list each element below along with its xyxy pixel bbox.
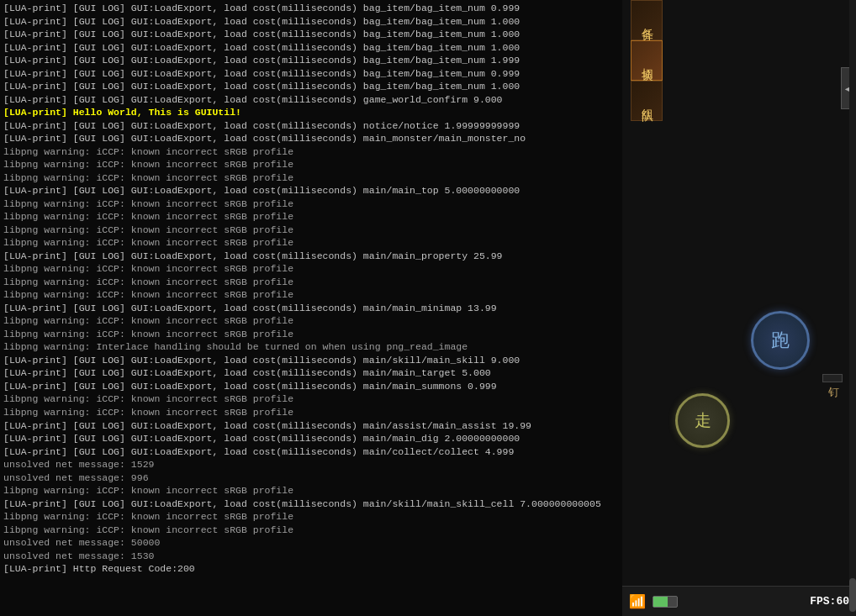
status-bar: 📶 FPS:60	[622, 586, 856, 616]
battery-fill	[653, 597, 668, 607]
log-line: libpng warning: iCCP: known incorrect sR…	[3, 210, 619, 224]
log-line: [LUA-print] Hello World, This is GUIUtil…	[3, 106, 619, 119]
wifi-icon: 📶	[629, 593, 646, 610]
log-line: unsolved net message: 996	[3, 471, 619, 485]
walk-button[interactable]: 走	[675, 393, 730, 448]
log-line: [LUA-print] Http Request Code:200	[3, 562, 619, 576]
log-line: [LUA-print] [GUI LOG] GUI:LoadExport, lo…	[3, 41, 619, 55]
log-line: libpng warning: iCCP: known incorrect sR…	[3, 276, 619, 289]
log-line: [LUA-print] [GUI LOG] GUI:LoadExport, lo…	[3, 119, 619, 133]
log-line: libpng warning: iCCP: known incorrect sR…	[3, 236, 619, 250]
log-line: [LUA-print] [GUI LOG] GUI:LoadExport, lo…	[3, 184, 619, 197]
sidebar-button-group: 任务 切换 组队	[631, 0, 663, 121]
log-line: [LUA-print] [GUI LOG] GUI:LoadExport, lo…	[3, 93, 619, 107]
console-log-area: [LUA-print] [GUI LOG] GUI:LoadExport, lo…	[0, 0, 622, 616]
log-line: libpng warning: iCCP: known incorrect sR…	[3, 262, 619, 276]
log-line: [LUA-print] [GUI LOG] GUI:LoadExport, lo…	[3, 2, 619, 15]
team-button[interactable]: 组队	[631, 81, 663, 121]
run-button-label: 跑	[771, 328, 790, 353]
log-line: libpng warning: iCCP: known incorrect sR…	[3, 158, 619, 171]
log-line: libpng warning: iCCP: known incorrect sR…	[3, 314, 619, 328]
fps-display: FPS:60	[810, 595, 849, 608]
task-button[interactable]: 任务	[631, 0, 663, 40]
log-line: [LUA-print] [GUI LOG] GUI:LoadExport, lo…	[3, 302, 619, 315]
log-line: [LUA-print] [GUI LOG] GUI:LoadExport, lo…	[3, 432, 619, 445]
log-line: libpng warning: iCCP: known incorrect sR…	[3, 406, 619, 419]
console-scrollbar[interactable]	[849, 0, 856, 616]
log-line: libpng warning: iCCP: known incorrect sR…	[3, 328, 619, 341]
scrollbar-thumb[interactable]	[849, 578, 856, 612]
run-button[interactable]: 跑	[751, 311, 810, 370]
log-line: libpng warning: iCCP: known incorrect sR…	[3, 145, 619, 159]
log-line: libpng warning: iCCP: known incorrect sR…	[3, 524, 619, 537]
log-line: [LUA-print] [GUI LOG] GUI:LoadExport, lo…	[3, 54, 619, 67]
log-line: [LUA-print] [GUI LOG] GUI:LoadExport, lo…	[3, 132, 619, 145]
log-line: libpng warning: Interlace handling shoul…	[3, 340, 619, 354]
log-line: [LUA-print] [GUI LOG] GUI:LoadExport, lo…	[3, 419, 619, 433]
log-line: libpng warning: iCCP: known incorrect sR…	[3, 197, 619, 211]
log-line: [LUA-print] [GUI LOG] GUI:LoadExport, lo…	[3, 67, 619, 81]
log-line: [LUA-print] [GUI LOG] GUI:LoadExport, lo…	[3, 80, 619, 93]
log-line: libpng warning: iCCP: known incorrect sR…	[3, 288, 619, 302]
nail-button[interactable]: 钉	[822, 374, 843, 382]
log-line: unsolved net message: 1529	[3, 458, 619, 471]
switch-button[interactable]: 切换	[631, 40, 663, 81]
log-line: libpng warning: iCCP: known incorrect sR…	[3, 510, 619, 524]
log-line: [LUA-print] [GUI LOG] GUI:LoadExport, lo…	[3, 28, 619, 41]
log-line: [LUA-print] [GUI LOG] GUI:LoadExport, lo…	[3, 250, 619, 263]
log-line: libpng warning: iCCP: known incorrect sR…	[3, 392, 619, 406]
log-line: libpng warning: iCCP: known incorrect sR…	[3, 224, 619, 237]
log-line: [LUA-print] [GUI LOG] GUI:LoadExport, lo…	[3, 380, 619, 393]
log-line: unsolved net message: 50000	[3, 536, 619, 550]
log-line: [LUA-print] [GUI LOG] GUI:LoadExport, lo…	[3, 354, 619, 367]
log-line: [LUA-print] [GUI LOG] GUI:LoadExport, lo…	[3, 366, 619, 380]
walk-button-label: 走	[695, 409, 711, 432]
log-line: [LUA-print] [GUI LOG] GUI:LoadExport, lo…	[3, 445, 619, 459]
log-line: libpng warning: iCCP: known incorrect sR…	[3, 484, 619, 498]
log-line: libpng warning: iCCP: known incorrect sR…	[3, 171, 619, 185]
log-line: unsolved net message: 1530	[3, 550, 619, 563]
log-line: [LUA-print] [GUI LOG] GUI:LoadExport, lo…	[3, 15, 619, 29]
battery-indicator	[653, 596, 678, 608]
log-line: [LUA-print] [GUI LOG] GUI:LoadExport, lo…	[3, 498, 619, 511]
